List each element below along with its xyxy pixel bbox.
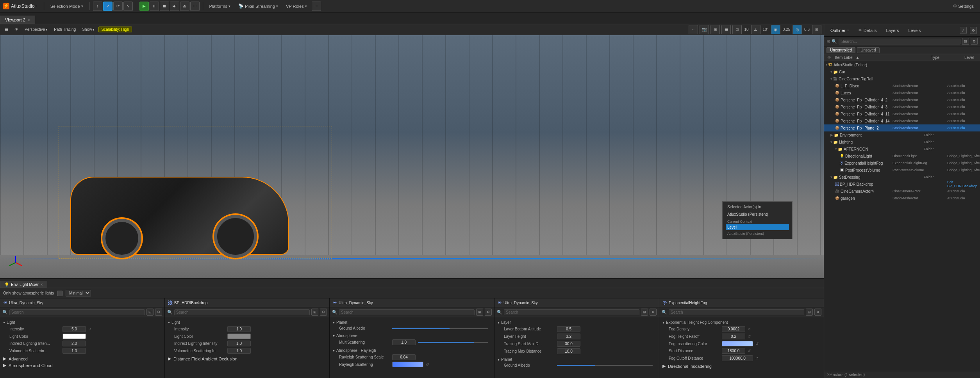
details-tab[interactable]: ✏ Details <box>855 27 880 34</box>
col-more-btn-2[interactable]: ⚙ <box>320 309 327 316</box>
expand-arrow-cine[interactable]: ▾ <box>830 77 832 81</box>
transform-btn-3[interactable]: ⟳ <box>113 2 123 11</box>
fog-height-falloff-reset[interactable]: ↺ <box>748 334 751 339</box>
levels-tab[interactable]: Levels <box>905 27 924 34</box>
expand-arrow-afternoon[interactable]: ▾ <box>835 147 837 151</box>
outliner-tab[interactable]: Outliner × <box>827 27 852 34</box>
viewport-2-tab[interactable]: Viewport 2 × <box>0 16 35 24</box>
rayleigh-scale-input[interactable] <box>392 354 416 360</box>
atmospheric-toggle[interactable] <box>57 291 62 296</box>
transform-btn-1[interactable]: ↕ <box>93 2 102 11</box>
tree-item-porsche-plane-2[interactable]: 📦 Porsche_Fix_Plane_2 StaticMeshActor At… <box>824 124 980 131</box>
outliner-add-btn[interactable]: ⚙ <box>971 38 978 45</box>
light-color-swatch-2[interactable] <box>227 334 251 339</box>
tree-item-cine-camera-actor4[interactable]: 🎥 CineCameraActor4 CineCameraActor Atlux… <box>824 188 980 195</box>
rayleigh-scattering-reset[interactable]: ↺ <box>426 362 429 367</box>
fog-density-reset[interactable]: ↺ <box>748 327 751 331</box>
col-more-btn-4[interactable]: ⚙ <box>650 309 657 316</box>
tree-item-atluxstudio-editor[interactable]: ▾ 🏗 AtluxStudio (Editor) <box>824 61 980 68</box>
tree-item-directional-light[interactable]: 💡 DirectionalLight DirectionalLight Brid… <box>824 153 980 160</box>
search-input-1[interactable] <box>9 309 145 315</box>
intensity-input-2[interactable] <box>227 326 251 332</box>
indirect-lighting-input-1[interactable] <box>62 341 86 346</box>
stop-button[interactable]: ⏹ <box>160 2 169 11</box>
search-input-5[interactable] <box>669 309 804 315</box>
env-light-mixer-tab[interactable]: 💡 Env. Light Mixer × <box>0 281 47 288</box>
atm-cloud-label-1[interactable]: Atmosphere and Cloud <box>9 363 53 368</box>
ctx-level-option[interactable]: Level <box>726 224 789 230</box>
vp-icon-5[interactable]: ⊡ <box>732 25 742 34</box>
search-input-2[interactable] <box>174 309 310 315</box>
selection-mode-button[interactable]: Selection Mode ▾ <box>47 2 86 11</box>
start-distance-reset[interactable]: ↺ <box>748 349 751 353</box>
rayleigh-scattering-swatch[interactable] <box>392 362 423 367</box>
minimal-dropdown[interactable]: Minimal <box>66 290 91 296</box>
layer-section-header[interactable]: ▾ Layer <box>498 319 656 325</box>
outliner-tab-close[interactable]: × <box>847 28 849 32</box>
show-btn[interactable]: Show ▾ <box>80 26 97 34</box>
tree-item-porsche-cyl-4-3[interactable]: 📦 Porsche_Fix_Cylinder_4_3 StaticMeshAct… <box>824 103 980 110</box>
col-settings-btn-2[interactable]: ⊞ <box>311 309 318 316</box>
search-input-3[interactable] <box>339 309 475 315</box>
layer-height-input[interactable] <box>557 334 580 339</box>
more-button[interactable]: ⋯ <box>190 2 200 11</box>
expand-arrow-car[interactable]: ▾ <box>830 70 832 74</box>
tree-item-porsche-cyl-4-11[interactable]: 📦 Porsche_Fix_Cylinder_4_11 StaticMeshAc… <box>824 110 980 117</box>
fog-inscattering-reset[interactable]: ↺ <box>755 342 759 346</box>
volumetric-input-2[interactable] <box>227 348 251 354</box>
expand-arrow-lighting[interactable]: ▾ <box>830 140 832 144</box>
vp-icon-7[interactable]: ◉ <box>771 25 780 34</box>
expand-arrow-atluxstudio[interactable]: ▾ <box>826 63 828 67</box>
search-input-4[interactable] <box>504 309 639 315</box>
outliner-settings-btn[interactable]: ⚙ <box>970 27 977 34</box>
vp-icon-2[interactable]: 📷 <box>700 25 709 34</box>
vp-icon-3[interactable]: ⊞ <box>710 25 720 34</box>
col-settings-btn-1[interactable]: ⊞ <box>146 309 154 316</box>
start-distance-input[interactable] <box>722 348 745 354</box>
multiscattering-input[interactable] <box>392 339 416 345</box>
multiscattering-slider[interactable] <box>418 342 488 343</box>
unsaved-filter-tab[interactable]: Unsaved <box>857 47 879 53</box>
more-menu-button[interactable]: ⋯ <box>312 2 321 11</box>
uncontrolled-filter-tab[interactable]: Uncontrolled <box>826 47 855 53</box>
tracing-max-input[interactable] <box>557 348 580 354</box>
vp-icon-1[interactable]: ← <box>689 25 698 34</box>
fog-cutoff-input[interactable] <box>722 355 753 361</box>
tree-item-luces[interactable]: 📦 Luces StaticMeshActor AtluxStudio <box>824 89 980 96</box>
eject-button[interactable]: ⏏ <box>180 2 189 11</box>
advanced-label-1[interactable]: Advanced <box>9 357 28 361</box>
fog-cutoff-reset[interactable]: ↺ <box>755 356 759 360</box>
outliner-expand-btn[interactable]: ⤢ <box>960 27 967 34</box>
env-tab-close[interactable]: × <box>41 282 43 287</box>
indirect-lighting-input-2[interactable] <box>227 341 251 346</box>
col-settings-btn-3[interactable]: ⊞ <box>476 309 483 316</box>
col-settings-btn-5[interactable]: ⊞ <box>806 309 813 316</box>
ground-albedo-slider[interactable] <box>392 328 488 329</box>
pixel-streaming-button[interactable]: 📡 Pixel Streaming ▾ <box>235 2 281 11</box>
tracing-start-input[interactable] <box>557 341 580 347</box>
vp-roles-button[interactable]: VP Roles ▾ <box>283 2 310 11</box>
light-section-header-1[interactable]: ▾ Light <box>3 319 161 325</box>
eye-btn[interactable]: 👁 <box>12 26 21 34</box>
outliner-search-input[interactable] <box>839 39 960 44</box>
path-tracing-btn[interactable]: Path Tracing <box>52 26 78 34</box>
ground-albedo-slider-2[interactable] <box>557 365 653 366</box>
transform-btn-4[interactable]: ⤡ <box>123 2 133 11</box>
light-section-header-2[interactable]: ▾ Light <box>168 319 326 325</box>
vp-icon-9[interactable]: ⊞ <box>812 25 821 34</box>
intensity-reset-1[interactable]: ↺ <box>88 327 91 331</box>
tree-item-environment[interactable]: ▶ 📁 Environment Folder <box>824 131 980 138</box>
tree-item-porsche-cyl-4-2[interactable]: 📦 Porsche_Fix_Cylinder_4_2 StaticMeshAct… <box>824 96 980 103</box>
planet-section-header[interactable]: ▾ Planet <box>333 319 491 325</box>
fog-height-falloff-input[interactable] <box>722 334 745 339</box>
tree-item-set-dressing[interactable]: ▾ 📁 SetDressing Folder <box>824 174 980 181</box>
skip-button[interactable]: ⏭ <box>170 2 179 11</box>
vp-icon-8[interactable]: ◎ <box>793 25 802 34</box>
atmosphere-section-header[interactable]: ▾ Atmosphere <box>333 333 491 339</box>
light-color-swatch-1[interactable] <box>62 334 86 339</box>
tree-item-exp-height-fog[interactable]: 🌫 ExponentialHeightFog ExponentialHeight… <box>824 160 980 167</box>
viewport-tab-close[interactable]: × <box>28 18 30 22</box>
atm-rayleigh-header[interactable]: ▾ Atmosphere - Rayleigh <box>333 348 491 353</box>
tree-item-lighting[interactable]: ▾ 📁 Lighting Folder <box>824 138 980 146</box>
tree-item-cine-camera-rig-rail[interactable]: ▾ 🎬 CineCameraRigRail <box>824 75 980 82</box>
